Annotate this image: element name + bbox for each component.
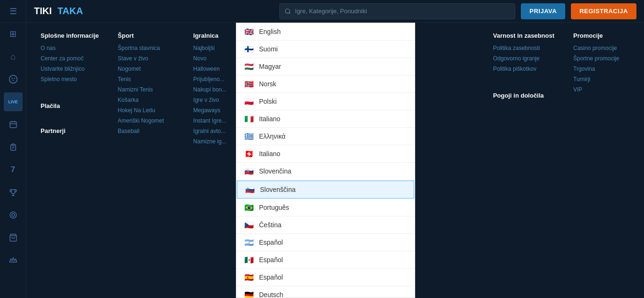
flag-icon-12: 🇦🇷: [244, 239, 254, 246]
lang-name-8: Slovenčina: [259, 167, 292, 175]
lang-item-3[interactable]: 🇳🇴Norsk: [236, 75, 415, 93]
lang-name-15: Deutsch: [259, 291, 283, 298]
flag-icon-15: 🇩🇪: [244, 291, 254, 298]
lang-item-2[interactable]: 🇭🇺Magyar: [236, 58, 415, 75]
sidebar-item-circle[interactable]: [4, 206, 23, 224]
footer-link-hokej[interactable]: Hokej Na Ledu: [118, 107, 175, 114]
footer-link-site[interactable]: Spletno mesto: [41, 76, 99, 83]
lang-name-0: English: [259, 28, 281, 35]
lang-item-13[interactable]: 🇲🇽Español: [236, 251, 415, 269]
lang-name-13: Español: [259, 256, 283, 264]
flag-icon-1: 🇫🇮: [244, 45, 254, 53]
footer-link-namizni[interactable]: Namizni Tenis: [118, 86, 175, 93]
footer-col-promo-title: Promocije: [573, 32, 630, 39]
lang-item-11[interactable]: 🇨🇿Čeština: [236, 216, 415, 234]
flag-icon-2: 🇭🇺: [244, 63, 254, 70]
footer-link-about[interactable]: O nas: [41, 45, 99, 51]
lang-item-9[interactable]: 🇸🇮Slovenščina: [237, 181, 414, 199]
lang-name-1: Suomi: [259, 45, 278, 53]
lang-item-8[interactable]: 🇸🇰Slovenčina: [236, 163, 415, 180]
lang-item-10[interactable]: 🇧🇷Português: [236, 199, 415, 216]
footer-link-trgovina[interactable]: Trgovina: [573, 66, 630, 72]
search-bar[interactable]: Igre, Kategorije, Ponudniki: [279, 3, 515, 19]
footer-link-sport-promo[interactable]: Športne promocije: [573, 55, 630, 62]
flag-icon-11: 🇨🇿: [244, 221, 254, 229]
register-button[interactable]: REGISTRACIJA: [571, 3, 636, 19]
sidebar-item-crown[interactable]: [4, 251, 23, 270]
hamburger-icon[interactable]: ☰: [9, 6, 17, 17]
lang-item-15[interactable]: 🇩🇪Deutsch: [236, 286, 415, 298]
sidebar-item-casino[interactable]: [4, 70, 23, 89]
sidebar-item-seven[interactable]: 7: [4, 160, 23, 179]
topnav: TIKITAKA Igre, Kategorije, Ponudniki PRI…: [26, 0, 644, 23]
footer-section-payments: Plačila: [41, 102, 99, 109]
footer-section-terms: Pogoji in določila: [493, 92, 554, 99]
svg-point-0: [9, 75, 17, 83]
flag-icon-0: 🇬🇧: [244, 28, 254, 35]
lang-name-10: Português: [259, 204, 289, 211]
footer-link-cookies[interactable]: Politika piškotkov: [493, 66, 554, 72]
sidebar-item-dashboard[interactable]: ⊞: [4, 25, 23, 43]
flag-icon-14: 🇪🇸: [244, 273, 254, 281]
sidebar: ☰ ⊞ ⌂ LIVE 7: [0, 0, 26, 298]
lang-name-2: Magyar: [259, 63, 281, 70]
footer-link-sportna[interactable]: Športna stavnica: [118, 45, 175, 51]
language-dropdown[interactable]: 🇬🇧English🇫🇮Suomi🇭🇺Magyar🇳🇴Norsk🇵🇱Polski🇮…: [236, 23, 415, 298]
footer-link-privacy-policy[interactable]: Politika zasebnosti: [493, 45, 554, 51]
flag-icon-6: 🇬🇷: [244, 132, 254, 140]
lang-item-14[interactable]: 🇪🇸Español: [236, 269, 415, 286]
footer-link-stave[interactable]: Stave v živo: [118, 55, 175, 62]
lang-item-4[interactable]: 🇵🇱Polski: [236, 93, 415, 110]
lang-name-5: Italiano: [259, 115, 280, 123]
footer-col-general-title: Splošne informacije: [41, 32, 99, 39]
footer-link-responsible[interactable]: Odgovorno igranje: [493, 55, 554, 62]
lang-item-7[interactable]: 🇨🇭Italiano: [236, 145, 415, 163]
logo-tiki: TIKI: [34, 6, 52, 17]
flag-icon-13: 🇲🇽: [244, 256, 254, 264]
footer-link-shortcut[interactable]: Ustvarite bližnjico: [41, 66, 99, 72]
footer-link-kosarka[interactable]: Košarka: [118, 97, 175, 103]
sidebar-item-betslip[interactable]: [4, 138, 23, 157]
sidebar-item-shop[interactable]: [4, 228, 23, 247]
flag-icon-4: 🇵🇱: [244, 98, 254, 105]
lang-name-14: Español: [259, 273, 283, 281]
svg-point-12: [12, 214, 15, 216]
sidebar-item-home[interactable]: ⌂: [4, 47, 23, 66]
footer-col-sport-title: Šport: [118, 32, 175, 39]
footer-col-privacy: Varnost in zasebnost Politika zasebnosti…: [493, 32, 554, 289]
footer-link-vip[interactable]: VIP: [573, 86, 630, 93]
lang-item-5[interactable]: 🇮🇹Italiano: [236, 110, 415, 128]
svg-point-14: [285, 8, 290, 13]
flag-icon-7: 🇨🇭: [244, 150, 254, 157]
main-content: Splošne informacije O nas Center za pomo…: [26, 23, 644, 298]
login-button[interactable]: PRIJAVA: [521, 3, 565, 19]
logo-taka: TAKA: [58, 6, 83, 17]
footer-link-tenis[interactable]: Tenis: [118, 76, 175, 83]
sidebar-item-trophy[interactable]: [4, 183, 23, 202]
footer-col-sport: Šport Športna stavnica Stave v živo Nogo…: [118, 32, 175, 289]
lang-name-6: Ελληνικά: [259, 132, 285, 140]
footer-link-turnirji[interactable]: Turnirji: [573, 76, 630, 83]
search-icon: [284, 8, 291, 15]
lang-item-1[interactable]: 🇫🇮Suomi: [236, 41, 415, 58]
lang-name-7: Italiano: [259, 150, 280, 157]
footer-link-casino-promo[interactable]: Casino promocije: [573, 45, 630, 51]
lang-item-6[interactable]: 🇬🇷Ελληνικά: [236, 128, 415, 145]
sidebar-logo-area: ☰: [0, 0, 26, 23]
sidebar-item-live[interactable]: LIVE: [4, 92, 23, 111]
flag-icon-8: 🇸🇰: [244, 167, 254, 175]
lang-name-4: Polski: [259, 98, 276, 105]
svg-point-3: [12, 80, 14, 81]
svg-rect-4: [10, 122, 17, 128]
svg-rect-8: [12, 144, 14, 145]
sidebar-item-calendar[interactable]: [4, 115, 23, 134]
lang-name-12: Español: [259, 239, 283, 246]
lang-item-0[interactable]: 🇬🇧English: [236, 23, 415, 41]
footer-link-help[interactable]: Center za pomoč: [41, 55, 99, 62]
footer-link-nogomet[interactable]: Nogomet: [118, 66, 175, 72]
footer-link-amfootball[interactable]: Ameriški Nogomet: [118, 117, 175, 124]
footer-link-baseball[interactable]: Baseball: [118, 128, 175, 134]
footer-col-privacy-title: Varnost in zasebnost: [493, 32, 554, 39]
flag-icon-5: 🇮🇹: [244, 115, 254, 123]
lang-item-12[interactable]: 🇦🇷Español: [236, 234, 415, 251]
